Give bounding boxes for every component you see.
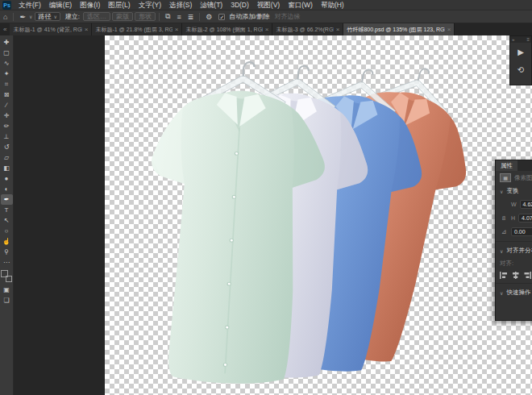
brush-tool[interactable]: ✏	[1, 121, 13, 131]
menu-file[interactable]: 文件(F)	[15, 0, 45, 10]
path-alignment-icon[interactable]: ≡	[173, 13, 184, 21]
make-mask-button[interactable]: 蒙版	[112, 12, 133, 21]
document-tab[interactable]: 未标题-1 @ 41% (背景, RGB/8#) * ×	[10, 23, 92, 35]
color-swatches[interactable]	[1, 270, 12, 282]
foreground-color-swatch[interactable]	[1, 270, 8, 277]
panel-menu-icon[interactable]: ≡	[526, 36, 530, 43]
divider	[496, 241, 532, 242]
transform-section-header[interactable]: ∨ 变换	[496, 185, 532, 198]
align-label: 对齐:	[500, 260, 513, 268]
gradient-tool[interactable]: ◧	[1, 163, 13, 173]
document-canvas[interactable]	[105, 35, 532, 395]
document-tab[interactable]: 未标题-3 @ 66.2%(RGB/8#) ×	[272, 23, 343, 35]
width-label: W	[511, 202, 517, 207]
align-edges-label: 对齐边缘	[272, 12, 303, 21]
angle-row: ⊿ 0.00	[496, 225, 532, 239]
align-h-center-icon[interactable]	[512, 272, 519, 279]
eraser-tool[interactable]: ▱	[1, 152, 13, 163]
tab-title: 未标题-1 @ 21.8% (图层 3, RGB/8#) *	[95, 26, 172, 34]
divider	[199, 13, 200, 21]
document-tab[interactable]: 未标题-1 @ 21.8% (图层 3, RGB/8#) * ×	[92, 23, 182, 35]
menu-view[interactable]: 视图(V)	[253, 0, 284, 10]
type-tool[interactable]: T	[1, 205, 13, 215]
edit-toolbar-icon[interactable]: ⋯	[1, 257, 13, 268]
width-field[interactable]: 4.62	[520, 200, 532, 209]
tab-title: 未标题-2 @ 108% (侧面 1, RGB/8#) *	[185, 26, 262, 34]
chevron-down-icon[interactable]: ∨	[29, 14, 32, 19]
history-panel-icon[interactable]: ⟲	[510, 60, 531, 78]
angle-icon: ⊿	[500, 228, 508, 235]
blur-tool[interactable]: ●	[1, 173, 13, 184]
menu-3d[interactable]: 3D(D)	[227, 0, 253, 10]
zoom-tool[interactable]: ⚲	[1, 247, 13, 257]
quick-actions-section-header[interactable]: ∨ 快速操作	[496, 286, 532, 299]
lasso-tool[interactable]: ∿	[1, 58, 13, 69]
dodge-tool[interactable]: ◐	[1, 184, 13, 194]
hanger-hook-icon	[243, 62, 255, 77]
tab-title: 竹纤维800.psd @ 135% (图层 123, RGB/8) *	[347, 26, 444, 34]
angle-field[interactable]: 0.00	[511, 227, 532, 236]
expand-panels-icon[interactable]: »	[512, 36, 514, 43]
photoshop-logo: Ps	[2, 1, 11, 10]
hand-tool[interactable]: ☝	[1, 236, 13, 247]
screen-mode-icon[interactable]: ❏	[1, 295, 13, 306]
hanger-hook-icon	[418, 68, 430, 83]
link-dimensions-icon[interactable]: 8	[500, 214, 508, 222]
tab-title: 未标题-3 @ 66.2%(RGB/8#)	[276, 26, 333, 34]
chevron-down-icon: ∨	[500, 189, 503, 194]
make-selection-button[interactable]: 选区…	[83, 12, 110, 21]
quick-selection-tool[interactable]: ✦	[1, 69, 13, 79]
close-icon[interactable]: ×	[85, 26, 89, 33]
quick-actions-label: 快速操作	[506, 289, 530, 297]
clone-stamp-tool[interactable]: ⊥	[1, 131, 13, 142]
tab-overflow-icon[interactable]: «	[0, 23, 10, 35]
close-icon[interactable]: ×	[447, 26, 451, 33]
chevron-down-icon: ∨	[53, 14, 56, 19]
menu-type[interactable]: 文字(Y)	[135, 0, 165, 10]
menu-edit[interactable]: 编辑(E)	[45, 0, 76, 10]
align-icons-row	[496, 270, 532, 281]
dock-header: » ≡	[510, 36, 531, 43]
frame-tool[interactable]: ⊠	[1, 89, 13, 100]
path-selection-tool[interactable]: ↖	[1, 215, 13, 226]
close-icon[interactable]: ×	[336, 26, 340, 33]
tab-properties[interactable]: 属性	[496, 160, 517, 171]
healing-brush-tool[interactable]: ✛	[1, 110, 13, 121]
align-label-row: 对齐:	[496, 257, 532, 270]
close-icon[interactable]: ×	[265, 26, 269, 33]
eyedropper-tool[interactable]: ∕	[1, 100, 13, 110]
history-brush-tool[interactable]: ↺	[1, 142, 13, 152]
tools-panel: ✚ ▢ ∿ ✦ ⌗ ⊠ ∕ ✛ ✏ ⊥ ↺ ▱ ◧ ● ◐ ✒ T ↖ ○ ☝ …	[0, 35, 14, 395]
align-right-icon[interactable]	[524, 272, 531, 279]
menu-image[interactable]: 图像(I)	[76, 0, 104, 10]
menu-help[interactable]: 帮助(H)	[317, 0, 348, 10]
height-field[interactable]: 4.07	[518, 214, 532, 222]
menu-select[interactable]: 选择(S)	[165, 0, 196, 10]
quick-mask-icon[interactable]: ▣	[1, 285, 13, 295]
menu-filter[interactable]: 滤镜(T)	[196, 0, 227, 10]
auto-add-delete-label: 自动添加/删除	[227, 12, 272, 21]
align-section-header[interactable]: ∨ 对齐并分布	[496, 244, 532, 257]
move-tool[interactable]: ✚	[1, 37, 13, 48]
height-label: H	[511, 215, 515, 221]
gear-icon[interactable]: ⚙	[202, 13, 215, 21]
path-operations-icon[interactable]: ⧉	[162, 12, 173, 21]
align-left-icon[interactable]	[500, 272, 507, 279]
auto-add-delete-checkbox[interactable]: ✓	[218, 14, 225, 20]
menu-window[interactable]: 窗口(W)	[284, 0, 317, 10]
close-icon[interactable]: ×	[175, 26, 179, 33]
pen-tool-preset-icon[interactable]: ✒	[16, 13, 29, 21]
tool-mode-select[interactable]: 路径 ∨	[35, 12, 60, 21]
document-tab-active[interactable]: 竹纤维800.psd @ 135% (图层 123, RGB/8) * ×	[343, 23, 455, 35]
shape-tool[interactable]: ○	[1, 226, 13, 236]
actions-panel-icon[interactable]: ▶	[510, 43, 531, 60]
crop-tool[interactable]: ⌗	[1, 79, 13, 89]
home-icon[interactable]: ⌂	[0, 13, 10, 21]
transform-section-label: 变换	[506, 187, 518, 195]
menu-layer[interactable]: 图层(L)	[104, 0, 134, 10]
document-tab[interactable]: 未标题-2 @ 108% (侧面 1, RGB/8#) * ×	[182, 23, 272, 35]
path-arrangement-icon[interactable]: ≣	[185, 13, 197, 21]
marquee-tool[interactable]: ▢	[1, 48, 13, 58]
make-shape-button[interactable]: 形状	[135, 12, 156, 21]
pen-tool[interactable]: ✒	[1, 194, 13, 205]
